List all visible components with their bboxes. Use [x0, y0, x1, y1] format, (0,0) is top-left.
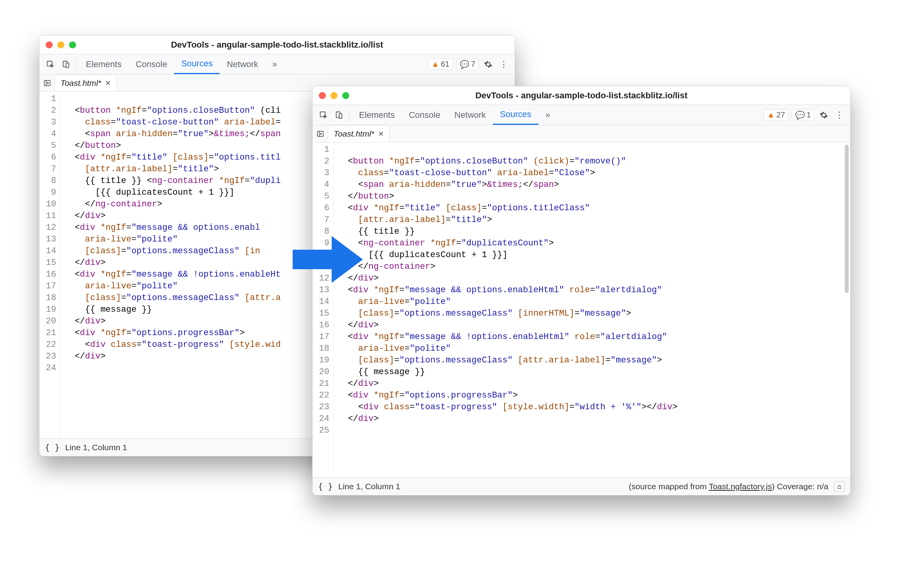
svg-rect-6	[339, 114, 342, 118]
svg-rect-2	[66, 63, 69, 67]
line-gutter: 1234567891011121314151617181920212223242…	[313, 142, 334, 477]
traffic-lights	[46, 41, 76, 48]
titlebar: DevTools - angular-sample-todo-list.stac…	[39, 36, 515, 54]
close-icon[interactable]	[319, 92, 326, 99]
panel-tab-elements[interactable]: Elements	[352, 105, 402, 125]
minimize-icon[interactable]	[57, 41, 64, 48]
more-tabs[interactable]: »	[265, 54, 284, 74]
maximize-icon[interactable]	[69, 41, 76, 48]
maximize-icon[interactable]	[342, 92, 349, 99]
message-icon: 💬	[795, 110, 805, 120]
traffic-lights	[319, 92, 349, 99]
source-map-link[interactable]: Toast.ngfactory.js	[709, 482, 772, 491]
pretty-print-icon[interactable]: { }	[45, 443, 60, 452]
warnings-badge[interactable]: ▲ 27	[764, 109, 789, 121]
source-map-info: (source mapped from Toast.ngfactory.js) …	[629, 482, 828, 491]
navigator-toggle-icon[interactable]	[313, 126, 328, 142]
line-gutter: 123456789101112131415161718192021222324	[39, 92, 60, 438]
coverage-toggle-icon[interactable]	[834, 481, 845, 492]
gear-icon[interactable]	[816, 107, 832, 123]
panel-tab-console[interactable]: Console	[402, 105, 448, 125]
devtools-toolbar: ElementsConsoleSourcesNetwork » ▲ 61 💬 7…	[39, 54, 515, 75]
gear-icon[interactable]	[480, 57, 496, 72]
cursor-position: Line 1, Column 1	[338, 482, 400, 491]
panel-tab-console[interactable]: Console	[129, 54, 174, 74]
window-title: DevTools - angular-sample-todo-list.stac…	[313, 91, 850, 101]
warning-icon: ▲	[432, 60, 439, 69]
messages-count: 7	[471, 60, 475, 69]
statusbar: { } Line 1, Column 1 (source mapped from…	[313, 477, 850, 495]
device-icon[interactable]	[58, 57, 74, 72]
warnings-count: 27	[777, 110, 785, 119]
panel-tab-network[interactable]: Network	[220, 54, 265, 74]
arrow-icon	[293, 232, 363, 287]
titlebar: DevTools - angular-sample-todo-list.stac…	[313, 86, 850, 105]
code-content[interactable]: <button *ngIf="options.closeButton" (cli…	[334, 142, 850, 477]
devtools-toolbar: ElementsConsoleNetworkSources » ▲ 27 💬 1…	[313, 105, 850, 125]
close-icon[interactable]: ✕	[378, 130, 384, 138]
devtools-window-front: DevTools - angular-sample-todo-list.stac…	[312, 86, 851, 495]
messages-badge[interactable]: 💬 1	[792, 109, 814, 121]
warning-icon: ▲	[767, 110, 775, 119]
inspect-icon[interactable]	[316, 107, 331, 123]
file-tab-label: Toast.html*	[60, 78, 101, 88]
messages-badge[interactable]: 💬 7	[456, 59, 479, 70]
inspect-icon[interactable]	[43, 57, 58, 72]
cursor-position: Line 1, Column 1	[65, 443, 127, 452]
panel-tab-sources[interactable]: Sources	[174, 54, 220, 74]
pretty-print-icon[interactable]: { }	[318, 482, 333, 491]
window-title: DevTools - angular-sample-todo-list.stac…	[39, 40, 515, 50]
code-editor[interactable]: 1234567891011121314151617181920212223242…	[313, 142, 850, 477]
minimize-icon[interactable]	[331, 92, 338, 99]
kebab-icon[interactable]: ⋮	[832, 107, 847, 123]
file-tab[interactable]: Toast.html* ✕	[55, 75, 117, 91]
warnings-badge[interactable]: ▲ 61	[428, 59, 453, 70]
message-icon: 💬	[460, 60, 469, 69]
file-tab[interactable]: Toast.html* ✕	[328, 125, 390, 142]
device-icon[interactable]	[331, 107, 347, 123]
scrollbar[interactable]	[845, 142, 849, 477]
messages-count: 1	[807, 110, 811, 119]
panel-tab-elements[interactable]: Elements	[79, 54, 129, 74]
file-tab-label: Toast.html*	[334, 129, 374, 139]
more-tabs[interactable]: »	[538, 105, 557, 125]
navigator-toggle-icon[interactable]	[39, 75, 55, 91]
close-icon[interactable]: ✕	[105, 79, 111, 87]
panel-tab-sources[interactable]: Sources	[493, 105, 538, 125]
close-icon[interactable]	[46, 41, 53, 48]
panel-tab-network[interactable]: Network	[447, 105, 493, 125]
kebab-icon[interactable]: ⋮	[496, 57, 512, 72]
file-tabs: Toast.html* ✕	[313, 125, 850, 142]
warnings-count: 61	[441, 60, 450, 69]
